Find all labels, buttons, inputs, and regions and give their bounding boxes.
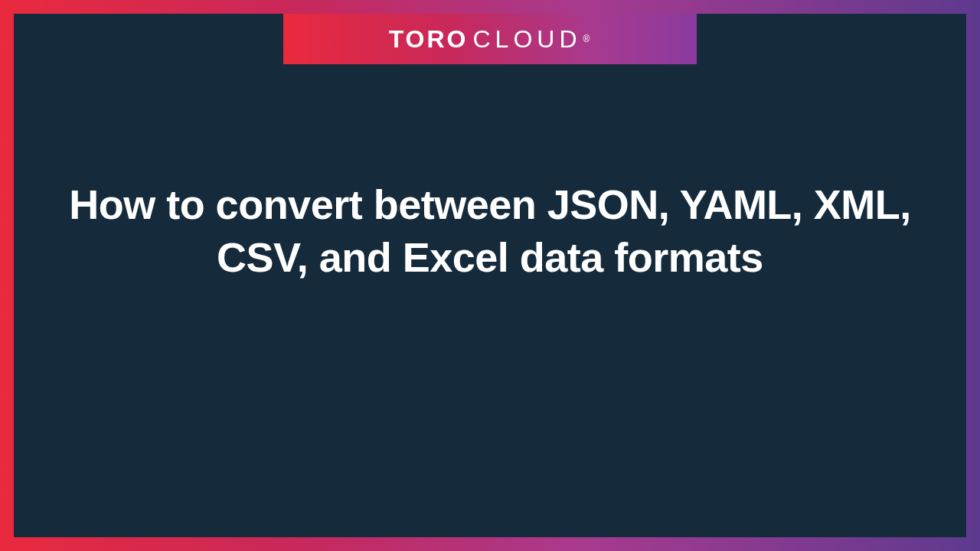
registered-mark: ®: [583, 34, 592, 44]
logo-cloud: CLOUD: [473, 25, 582, 54]
main-frame: TORO CLOUD ® How to convert between JSON…: [14, 14, 966, 537]
logo-toro: TORO: [389, 25, 469, 54]
logo-banner: TORO CLOUD ®: [283, 14, 697, 64]
logo: TORO CLOUD ®: [389, 25, 592, 54]
title-container: How to convert between JSON, YAML, XML, …: [60, 178, 920, 284]
main-title: How to convert between JSON, YAML, XML, …: [60, 178, 920, 284]
